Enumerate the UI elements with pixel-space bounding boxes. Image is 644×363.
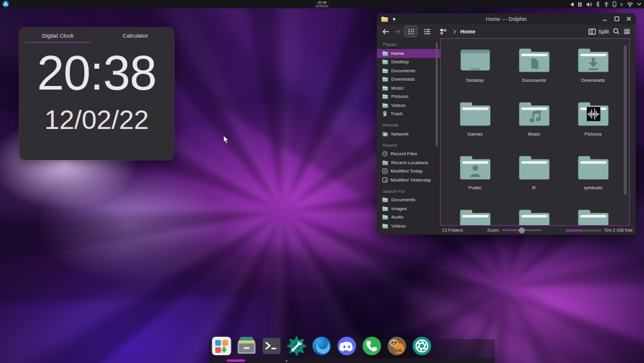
file-documents[interactable]: Documents — [504, 47, 564, 100]
folder-icon — [382, 59, 388, 64]
sidebar-item-documents[interactable]: Documents — [377, 66, 440, 75]
usb-icon[interactable] — [604, 1, 609, 7]
file-downloads[interactable]: Downloads — [564, 47, 623, 100]
expand-tray-icon[interactable] — [637, 2, 642, 6]
folder-icon — [382, 51, 388, 56]
zoom-label: Zoom: — [487, 227, 500, 233]
panel-clock[interactable]: 20:38 12/02/22 — [0, 0, 644, 8]
phone-icon[interactable] — [612, 1, 617, 7]
sidebar-item-label: Videos — [391, 223, 405, 229]
icon-view-button[interactable] — [405, 26, 417, 36]
close-button[interactable] — [626, 16, 631, 21]
sidebar-item-pictures[interactable]: Pictures — [377, 93, 440, 101]
places-section-places: Places — [377, 41, 440, 49]
volume-icon[interactable] — [586, 2, 592, 7]
dock-shutter-app[interactable] — [411, 335, 433, 357]
sidebar-item-label: Modified Yesterday — [391, 177, 431, 183]
free-space-text: 704,3 GiB free — [604, 227, 633, 233]
file-desktop[interactable]: Desktop — [445, 47, 504, 100]
tab-calculator[interactable]: Calculator — [97, 30, 174, 44]
dock-phone-app[interactable] — [361, 335, 383, 357]
sidebar-item-label: Music — [391, 85, 404, 91]
dock-taskbar — [209, 358, 495, 363]
sidebar-item-videos[interactable]: Videos — [377, 222, 440, 230]
tab-digital-clock-label: Digital Clock — [42, 32, 74, 39]
sidebar-item-network[interactable]: Network — [377, 130, 440, 139]
bluetooth-icon[interactable] — [596, 1, 600, 7]
dock-sloth-app[interactable] — [386, 335, 408, 357]
media-previous-icon[interactable] — [569, 2, 574, 7]
sidebar-item-recent-files[interactable]: Recent Files — [377, 150, 440, 159]
folder-plain-icon — [577, 154, 609, 182]
folder-icon — [382, 68, 388, 73]
sidebar-item-images[interactable]: Images — [377, 204, 440, 213]
wifi-icon[interactable] — [627, 2, 633, 7]
sidebar-item-videos[interactable]: Videos — [377, 101, 440, 110]
split-button-label: Split — [598, 29, 609, 35]
minimize-button[interactable] — [602, 16, 608, 21]
file-public[interactable]: Public — [445, 154, 504, 208]
file-pictures[interactable]: Pictures — [564, 100, 623, 154]
zoom-slider-handle[interactable] — [519, 227, 525, 233]
sidebar-item-home[interactable]: Home — [377, 49, 440, 58]
sidebar-item-label: Downloads — [391, 76, 415, 82]
folder-documents-icon — [518, 47, 550, 74]
sidebar-item-music[interactable]: Music — [377, 84, 440, 93]
file-music[interactable]: Music — [504, 100, 564, 154]
back-button[interactable] — [382, 29, 389, 35]
file-r[interactable]: R — [504, 154, 564, 208]
system-tray: it — [569, 0, 642, 8]
places-section-remote: Remote — [377, 121, 440, 130]
tab-digital-clock[interactable]: Digital Clock — [19, 30, 97, 44]
folder-music-icon — [518, 100, 550, 128]
sidebar-item-desktop[interactable]: Desktop — [377, 58, 440, 67]
breadcrumb-home[interactable]: Home — [460, 29, 475, 35]
widget-tabs: Digital Clock Calculator — [19, 27, 174, 44]
dock-terminal[interactable] — [261, 335, 283, 357]
sidebar-item-downloads[interactable]: Downloads — [377, 75, 440, 84]
split-button[interactable]: Split — [589, 29, 609, 35]
menu-button[interactable] — [624, 29, 630, 34]
media-pause-icon[interactable] — [578, 2, 582, 7]
file-rpmbuild[interactable]: rpmbuild — [564, 154, 623, 208]
maximize-button[interactable] — [614, 16, 620, 21]
tree-view-button[interactable] — [437, 26, 449, 36]
file-partial[interactable] — [445, 208, 504, 226]
panel-clock-date: 12/02/22 — [0, 5, 644, 8]
sidebar-item-modified-yesterday[interactable]: Modified Yesterday — [377, 176, 440, 184]
list-view-button[interactable] — [421, 26, 433, 36]
folder-plain-icon — [459, 100, 491, 128]
dock-file-cabinet[interactable] — [236, 335, 258, 357]
keyboard-layout-label[interactable]: it — [621, 2, 623, 7]
dock-settings-tools[interactable] — [286, 335, 308, 357]
view-scrollbar[interactable] — [624, 45, 627, 195]
forward-button[interactable] — [394, 29, 401, 35]
folder-icon — [382, 103, 388, 108]
sidebar-item-label: Desktop — [391, 59, 408, 64]
zoom-slider[interactable] — [502, 229, 541, 231]
file-games[interactable]: Games — [445, 100, 504, 154]
dolphin-window: Home — Dolphin Home Split PlacesHomeDesk… — [377, 13, 636, 235]
file-label: Pictures — [584, 131, 602, 137]
sidebar-item-label: Videos — [391, 103, 405, 108]
sidebar-item-label: Images — [391, 206, 407, 211]
dock-software-center[interactable] — [210, 335, 233, 357]
widget-time: 20:38 — [19, 48, 174, 97]
sidebar-item-recent-locations[interactable]: Recent Locations — [377, 158, 440, 167]
sidebar-item-label: Recent Locations — [391, 160, 428, 165]
sidebar-item-documents[interactable]: Documents — [377, 196, 440, 205]
keyboard-layout-text: it — [621, 2, 623, 7]
search-button[interactable] — [613, 28, 620, 35]
sidebar-item-modified-today[interactable]: Modified Today — [377, 167, 440, 176]
dock-firefox[interactable] — [311, 335, 333, 357]
titlebar[interactable]: Home — Dolphin — [377, 13, 636, 24]
folder-plain-icon — [518, 154, 550, 182]
window-title: Home — Dolphin — [377, 16, 636, 22]
file-grid: DesktopDocumentsDownloadsGamesMusicPictu… — [445, 47, 623, 226]
sidebar-scrollbar[interactable] — [436, 42, 438, 146]
sidebar-item-audio[interactable]: Audio — [377, 213, 440, 222]
file-partial[interactable] — [504, 208, 564, 226]
sidebar-item-trash[interactable]: Trash — [377, 110, 440, 119]
file-partial[interactable] — [564, 208, 623, 226]
dock-discord[interactable] — [336, 335, 358, 357]
